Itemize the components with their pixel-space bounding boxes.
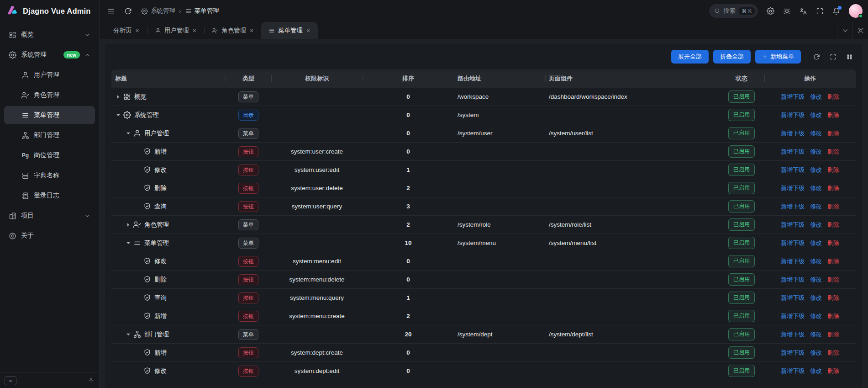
action-add-child-link[interactable]: 新增下级 [781,111,805,119]
action-edit-link[interactable]: 修改 [810,184,822,192]
action-edit-link[interactable]: 修改 [810,367,822,375]
sidebar-item-dept[interactable]: 部门管理 [4,126,95,144]
status-badge[interactable]: 已启用 [728,127,755,139]
theme-sun-icon[interactable] [783,7,791,15]
caret-down-icon[interactable] [115,112,121,118]
action-add-child-link[interactable]: 新增下级 [781,294,805,302]
status-badge[interactable]: 已启用 [728,90,755,103]
sidebar-item-overview[interactable]: 概览 [4,26,95,44]
status-badge[interactable]: 已启用 [728,273,755,286]
action-add-child-link[interactable]: 新增下级 [781,312,805,320]
action-delete-link[interactable]: 删除 [827,312,839,320]
action-edit-link[interactable]: 修改 [810,148,822,156]
status-badge[interactable]: 已启用 [728,145,755,158]
action-edit-link[interactable]: 修改 [810,93,822,101]
action-delete-link[interactable]: 删除 [827,184,839,192]
tab-role[interactable]: 角色管理× [205,22,261,39]
action-add-child-link[interactable]: 新增下级 [781,148,805,156]
settings-gear-icon[interactable] [767,7,774,15]
action-delete-link[interactable]: 删除 [827,148,839,156]
notifications-button[interactable] [832,7,840,15]
action-edit-link[interactable]: 修改 [810,239,822,247]
action-edit-link[interactable]: 修改 [810,202,822,211]
action-delete-link[interactable]: 删除 [827,221,839,229]
action-add-child-link[interactable]: 新增下级 [781,276,805,284]
table-columns-button[interactable] [843,50,856,63]
action-delete-link[interactable]: 删除 [827,166,839,174]
close-icon[interactable]: × [249,27,254,34]
action-edit-link[interactable]: 修改 [810,257,822,266]
sidebar-item-system[interactable]: 系统管理new [4,46,95,64]
action-delete-link[interactable]: 删除 [827,349,839,357]
status-badge[interactable]: 已启用 [728,365,755,377]
action-add-child-link[interactable]: 新增下级 [781,367,805,375]
action-edit-link[interactable]: 修改 [810,221,822,229]
action-add-child-link[interactable]: 新增下级 [781,257,805,266]
status-badge[interactable]: 已启用 [728,346,755,359]
tab-user[interactable]: 用户管理× [147,22,204,39]
status-badge[interactable]: 已启用 [728,255,755,267]
action-add-child-link[interactable]: 新增下级 [781,129,805,138]
sidebar-item-menu[interactable]: 菜单管理 [4,106,95,124]
tab-analysis[interactable]: 分析页× [106,22,147,39]
close-icon[interactable]: × [135,27,140,34]
search-input[interactable]: 搜索 ⌘ K [709,4,758,18]
action-add-child-link[interactable]: 新增下级 [781,349,805,357]
add-menu-button[interactable]: 新增菜单 [755,50,801,64]
action-add-child-link[interactable]: 新增下级 [781,221,805,229]
sidebar-item-post[interactable]: Pg岗位管理 [4,146,95,165]
breadcrumb-item-system[interactable]: 系统管理 [141,7,175,15]
action-add-child-link[interactable]: 新增下级 [781,330,805,339]
status-badge[interactable]: 已启用 [728,182,755,194]
pin-icon[interactable] [88,377,95,384]
caret-down-icon[interactable] [125,331,132,338]
sidebar-item-about[interactable]: 关于 [4,227,95,245]
action-delete-link[interactable]: 删除 [827,257,839,266]
action-edit-link[interactable]: 修改 [810,330,822,339]
status-badge[interactable]: 已启用 [728,292,755,304]
close-icon[interactable]: × [192,27,197,34]
caret-right-icon[interactable] [115,94,121,100]
action-delete-link[interactable]: 删除 [827,367,839,375]
status-badge[interactable]: 已启用 [728,310,755,322]
expand-all-button[interactable]: 展开全部 [671,50,709,64]
status-badge[interactable]: 已启用 [728,218,755,231]
action-delete-link[interactable]: 删除 [827,294,839,302]
status-badge[interactable]: 已启用 [728,109,755,121]
collapse-all-button[interactable]: 折叠全部 [713,50,751,64]
translate-icon[interactable] [800,7,807,15]
sidebar-item-dict[interactable]: 字典名称 [4,166,95,185]
caret-down-icon[interactable] [125,130,132,137]
action-add-child-link[interactable]: 新增下级 [781,202,805,211]
sidebar-item-role[interactable]: 角色管理 [4,86,95,104]
caret-right-icon[interactable] [125,222,132,228]
action-add-child-link[interactable]: 新增下级 [781,239,805,247]
action-delete-link[interactable]: 删除 [827,129,839,138]
action-edit-link[interactable]: 修改 [810,166,822,174]
action-delete-link[interactable]: 删除 [827,330,839,339]
sidebar-item-user[interactable]: 用户管理 [4,66,95,84]
tabs-dropdown-button[interactable] [837,22,852,39]
sidebar-item-project[interactable]: 项目 [4,207,95,225]
tab-menu[interactable]: 菜单管理× [261,22,318,39]
close-icon[interactable]: × [306,27,310,34]
action-edit-link[interactable]: 修改 [810,276,822,284]
status-badge[interactable]: 已启用 [728,164,755,176]
avatar[interactable] [849,4,863,18]
fullscreen-icon[interactable] [816,7,824,15]
action-add-child-link[interactable]: 新增下级 [781,93,805,101]
action-edit-link[interactable]: 修改 [810,111,822,119]
action-edit-link[interactable]: 修改 [810,349,822,357]
status-badge[interactable]: 已启用 [728,328,755,340]
sidebar-collapse-button[interactable]: « [5,376,16,385]
refresh-icon[interactable] [124,7,132,15]
caret-down-icon[interactable] [125,240,132,246]
breadcrumb-item-menu[interactable]: 菜单管理 [185,7,219,15]
content-maximize-button[interactable] [852,22,868,39]
hamburger-icon[interactable] [107,7,115,15]
action-edit-link[interactable]: 修改 [810,294,822,302]
table-refresh-button[interactable] [810,50,823,63]
action-edit-link[interactable]: 修改 [810,129,822,138]
action-delete-link[interactable]: 删除 [827,239,839,247]
table-fullscreen-button[interactable] [826,50,839,63]
